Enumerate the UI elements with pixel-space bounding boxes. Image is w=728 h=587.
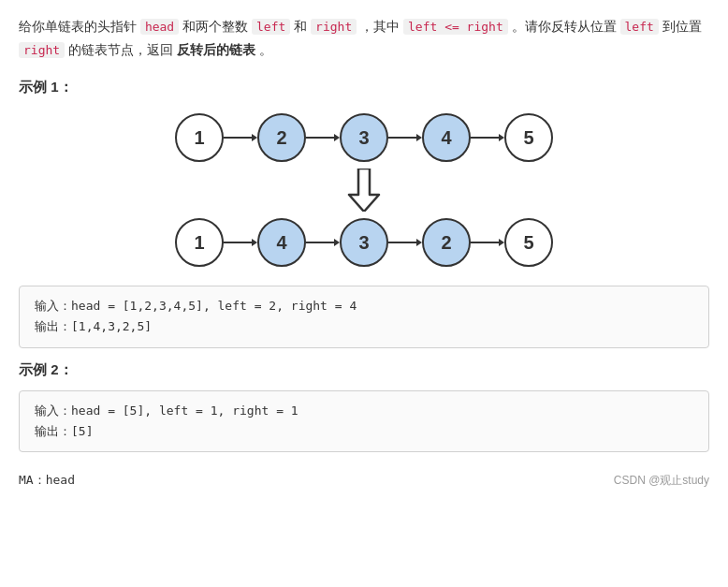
arrow-1 xyxy=(224,130,257,145)
after-list-row: 1 4 3 2 5 xyxy=(175,218,553,267)
arrow-2 xyxy=(306,130,340,145)
node-after-5: 5 xyxy=(504,218,553,267)
arrow-3 xyxy=(388,130,422,145)
example2-block: 输入：head = [5], left = 1, right = 1 输出：[5… xyxy=(19,390,709,452)
code-head: head xyxy=(140,19,179,35)
example1-diagram: 1 2 3 4 5 1 4 3 xyxy=(19,108,709,272)
example2-output: 输出：[5] xyxy=(35,421,693,442)
code-right: right xyxy=(311,19,357,35)
code-condition: left <= right xyxy=(403,19,508,35)
svg-marker-8 xyxy=(349,169,379,212)
arrow-4 xyxy=(471,130,504,145)
code-right2: right xyxy=(19,42,65,58)
bottom-label: MA：head xyxy=(19,472,75,489)
node-before-4: 4 xyxy=(422,113,471,162)
example1-title: 示例 1： xyxy=(19,79,709,96)
example1-block: 输入：head = [1,2,3,4,5], left = 2, right =… xyxy=(19,286,709,347)
node-before-2: 2 xyxy=(257,113,306,162)
arrow-after-2 xyxy=(306,235,340,250)
example2-input: 输入：head = [5], left = 1, right = 1 xyxy=(35,401,693,421)
node-after-4: 4 xyxy=(257,218,306,267)
before-list-row: 1 2 3 4 5 xyxy=(175,113,553,162)
node-before-3: 3 xyxy=(340,113,388,162)
node-before-5: 5 xyxy=(504,113,553,162)
result-text: 反转后的链表 xyxy=(177,42,255,57)
example1-output: 输出：[1,4,3,2,5] xyxy=(35,316,693,337)
node-after-3: 3 xyxy=(340,218,388,267)
node-after-2: 2 xyxy=(422,218,471,267)
problem-description: 给你单链表的头指针 head 和两个整数 left 和 right ，其中 le… xyxy=(19,15,709,62)
code-left2: left xyxy=(620,19,659,35)
arrow-after-3 xyxy=(388,235,422,250)
node-after-1: 1 xyxy=(175,218,224,267)
csdn-watermark: CSDN @观止study xyxy=(614,473,709,489)
code-left: left xyxy=(252,19,290,35)
down-arrow xyxy=(19,168,709,213)
arrow-after-1 xyxy=(224,235,257,250)
example2-title: 示例 2： xyxy=(19,361,709,379)
node-before-1: 1 xyxy=(175,113,224,162)
arrow-after-4 xyxy=(471,235,504,250)
example1-input: 输入：head = [1,2,3,4,5], left = 2, right =… xyxy=(35,296,693,316)
